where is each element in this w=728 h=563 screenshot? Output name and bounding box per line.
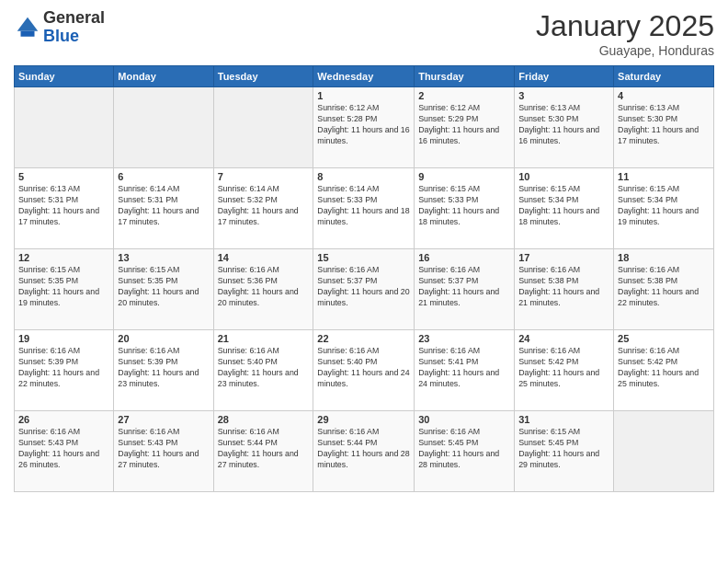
calendar-cell: 17Sunrise: 6:16 AM Sunset: 5:38 PM Dayli…: [515, 249, 614, 330]
calendar-week-1: 1Sunrise: 6:12 AM Sunset: 5:28 PM Daylig…: [15, 87, 714, 168]
day-info: Sunrise: 6:16 AM Sunset: 5:38 PM Dayligh…: [518, 265, 609, 309]
day-number: 28: [218, 414, 310, 425]
day-info: Sunrise: 6:16 AM Sunset: 5:42 PM Dayligh…: [518, 346, 609, 390]
logo-general-text: General: [43, 9, 105, 28]
day-number: 3: [518, 90, 609, 101]
day-info: Sunrise: 6:16 AM Sunset: 5:38 PM Dayligh…: [618, 265, 710, 309]
calendar-cell: 19Sunrise: 6:16 AM Sunset: 5:39 PM Dayli…: [15, 330, 114, 411]
day-header-tuesday: Tuesday: [213, 66, 313, 87]
day-number: 25: [618, 333, 710, 344]
day-info: Sunrise: 6:15 AM Sunset: 5:45 PM Dayligh…: [518, 427, 609, 471]
day-info: Sunrise: 6:15 AM Sunset: 5:35 PM Dayligh…: [118, 265, 209, 309]
calendar-cell: 15Sunrise: 6:16 AM Sunset: 5:37 PM Dayli…: [313, 249, 415, 330]
calendar-cell: 22Sunrise: 6:16 AM Sunset: 5:40 PM Dayli…: [313, 330, 415, 411]
calendar-cell: 29Sunrise: 6:16 AM Sunset: 5:44 PM Dayli…: [313, 411, 415, 492]
calendar-cell: 12Sunrise: 6:15 AM Sunset: 5:35 PM Dayli…: [15, 249, 114, 330]
day-number: 4: [618, 90, 710, 101]
day-number: 20: [118, 333, 209, 344]
day-info: Sunrise: 6:16 AM Sunset: 5:40 PM Dayligh…: [317, 346, 410, 390]
day-number: 8: [317, 171, 410, 182]
day-header-monday: Monday: [114, 66, 213, 87]
day-info: Sunrise: 6:15 AM Sunset: 5:34 PM Dayligh…: [618, 184, 710, 228]
day-number: 2: [418, 90, 510, 101]
calendar-cell: 21Sunrise: 6:16 AM Sunset: 5:40 PM Dayli…: [213, 330, 313, 411]
day-number: 18: [618, 252, 710, 263]
calendar-cell: [213, 87, 313, 168]
day-number: 21: [218, 333, 310, 344]
day-number: 29: [317, 414, 410, 425]
calendar-cell: 27Sunrise: 6:16 AM Sunset: 5:43 PM Dayli…: [114, 411, 213, 492]
calendar-cell: [114, 87, 213, 168]
day-header-sunday: Sunday: [15, 66, 114, 87]
day-info: Sunrise: 6:16 AM Sunset: 5:37 PM Dayligh…: [418, 265, 510, 309]
calendar-cell: 13Sunrise: 6:15 AM Sunset: 5:35 PM Dayli…: [114, 249, 213, 330]
calendar-cell: 3Sunrise: 6:13 AM Sunset: 5:30 PM Daylig…: [515, 87, 614, 168]
calendar-cell: 10Sunrise: 6:15 AM Sunset: 5:34 PM Dayli…: [515, 168, 614, 249]
calendar-cell: 16Sunrise: 6:16 AM Sunset: 5:37 PM Dayli…: [415, 249, 515, 330]
day-number: 17: [518, 252, 609, 263]
day-number: 23: [418, 333, 510, 344]
logo: General Blue: [14, 9, 105, 46]
calendar-cell: 1Sunrise: 6:12 AM Sunset: 5:28 PM Daylig…: [313, 87, 415, 168]
day-number: 24: [518, 333, 609, 344]
day-info: Sunrise: 6:15 AM Sunset: 5:35 PM Dayligh…: [18, 265, 109, 309]
svg-rect-1: [21, 31, 35, 37]
day-number: 5: [18, 171, 109, 182]
day-info: Sunrise: 6:16 AM Sunset: 5:43 PM Dayligh…: [118, 427, 209, 471]
day-info: Sunrise: 6:16 AM Sunset: 5:36 PM Dayligh…: [218, 265, 310, 309]
month-title: January 2025: [536, 9, 714, 43]
day-number: 26: [18, 414, 109, 425]
calendar-cell: 28Sunrise: 6:16 AM Sunset: 5:44 PM Dayli…: [213, 411, 313, 492]
calendar-cell: 24Sunrise: 6:16 AM Sunset: 5:42 PM Dayli…: [515, 330, 614, 411]
day-info: Sunrise: 6:15 AM Sunset: 5:34 PM Dayligh…: [518, 184, 609, 228]
day-info: Sunrise: 6:16 AM Sunset: 5:44 PM Dayligh…: [218, 427, 310, 471]
day-number: 9: [418, 171, 510, 182]
day-number: 10: [518, 171, 609, 182]
day-number: 27: [118, 414, 209, 425]
day-header-wednesday: Wednesday: [313, 66, 415, 87]
day-info: Sunrise: 6:12 AM Sunset: 5:28 PM Dayligh…: [317, 103, 410, 147]
subtitle: Guayape, Honduras: [536, 43, 714, 58]
calendar-cell: 4Sunrise: 6:13 AM Sunset: 5:30 PM Daylig…: [614, 87, 714, 168]
day-number: 11: [618, 171, 710, 182]
calendar-cell: 25Sunrise: 6:16 AM Sunset: 5:42 PM Dayli…: [614, 330, 714, 411]
calendar-week-5: 26Sunrise: 6:16 AM Sunset: 5:43 PM Dayli…: [15, 411, 714, 492]
day-info: Sunrise: 6:14 AM Sunset: 5:33 PM Dayligh…: [317, 184, 410, 228]
calendar-cell: 20Sunrise: 6:16 AM Sunset: 5:39 PM Dayli…: [114, 330, 213, 411]
calendar-week-2: 5Sunrise: 6:13 AM Sunset: 5:31 PM Daylig…: [15, 168, 714, 249]
calendar-cell: 18Sunrise: 6:16 AM Sunset: 5:38 PM Dayli…: [614, 249, 714, 330]
calendar-cell: 7Sunrise: 6:14 AM Sunset: 5:32 PM Daylig…: [213, 168, 313, 249]
calendar-week-3: 12Sunrise: 6:15 AM Sunset: 5:35 PM Dayli…: [15, 249, 714, 330]
day-number: 15: [317, 252, 410, 263]
day-info: Sunrise: 6:12 AM Sunset: 5:29 PM Dayligh…: [418, 103, 510, 147]
day-number: 7: [218, 171, 310, 182]
day-info: Sunrise: 6:16 AM Sunset: 5:43 PM Dayligh…: [18, 427, 109, 471]
title-block: January 2025 Guayape, Honduras: [536, 9, 714, 58]
day-info: Sunrise: 6:16 AM Sunset: 5:39 PM Dayligh…: [118, 346, 209, 390]
day-number: 19: [18, 333, 109, 344]
calendar-cell: 8Sunrise: 6:14 AM Sunset: 5:33 PM Daylig…: [313, 168, 415, 249]
calendar-cell: 26Sunrise: 6:16 AM Sunset: 5:43 PM Dayli…: [15, 411, 114, 492]
calendar-cell: 30Sunrise: 6:16 AM Sunset: 5:45 PM Dayli…: [415, 411, 515, 492]
day-info: Sunrise: 6:16 AM Sunset: 5:42 PM Dayligh…: [618, 346, 710, 390]
day-info: Sunrise: 6:16 AM Sunset: 5:41 PM Dayligh…: [418, 346, 510, 390]
calendar-week-4: 19Sunrise: 6:16 AM Sunset: 5:39 PM Dayli…: [15, 330, 714, 411]
calendar-cell: 5Sunrise: 6:13 AM Sunset: 5:31 PM Daylig…: [15, 168, 114, 249]
calendar: SundayMondayTuesdayWednesdayThursdayFrid…: [14, 65, 714, 492]
calendar-cell: [614, 411, 714, 492]
day-number: 13: [118, 252, 209, 263]
calendar-cell: 14Sunrise: 6:16 AM Sunset: 5:36 PM Dayli…: [213, 249, 313, 330]
day-info: Sunrise: 6:16 AM Sunset: 5:37 PM Dayligh…: [317, 265, 410, 309]
logo-icon: [14, 14, 41, 41]
day-number: 6: [118, 171, 209, 182]
calendar-cell: 9Sunrise: 6:15 AM Sunset: 5:33 PM Daylig…: [415, 168, 515, 249]
day-number: 31: [518, 414, 609, 425]
header: General Blue January 2025 Guayape, Hondu…: [14, 9, 714, 58]
calendar-header-row: SundayMondayTuesdayWednesdayThursdayFrid…: [15, 66, 714, 87]
day-info: Sunrise: 6:16 AM Sunset: 5:44 PM Dayligh…: [317, 427, 410, 471]
day-header-saturday: Saturday: [614, 66, 714, 87]
day-info: Sunrise: 6:16 AM Sunset: 5:45 PM Dayligh…: [418, 427, 510, 471]
calendar-cell: 31Sunrise: 6:15 AM Sunset: 5:45 PM Dayli…: [515, 411, 614, 492]
calendar-cell: [15, 87, 114, 168]
day-number: 16: [418, 252, 510, 263]
